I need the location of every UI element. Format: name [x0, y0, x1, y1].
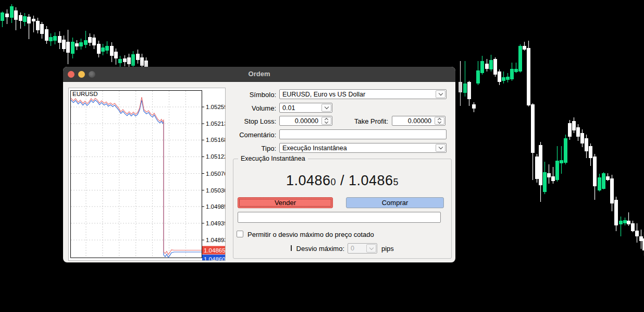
window-title: Ordem	[63, 70, 455, 78]
stop-loss-spinner[interactable]	[321, 117, 331, 125]
comment-label: Comentário:	[219, 131, 276, 139]
candle	[75, 40, 79, 50]
take-profit-spinner[interactable]	[435, 117, 444, 125]
spin-down-icon	[325, 120, 328, 124]
candle	[5, 9, 9, 24]
candle	[527, 41, 530, 106]
comment-input[interactable]	[279, 129, 447, 139]
candle	[535, 154, 539, 183]
take-profit-value: 0.00000	[392, 117, 434, 125]
candle	[560, 146, 563, 174]
candle	[105, 41, 109, 54]
type-label: Tipo:	[219, 145, 276, 152]
candle	[62, 35, 66, 52]
order-dialog: Ordem 1.052591.052131.051681.051221.0507…	[63, 67, 455, 262]
candle	[631, 221, 635, 232]
candle	[476, 61, 480, 85]
candle	[472, 102, 476, 112]
price-tick-label: 1.04893	[206, 237, 225, 243]
candle	[118, 56, 122, 67]
stop-loss-value: 0.00000	[280, 117, 321, 125]
deviation-checkbox-label: Permitir o desvio máximo do preço cotado	[247, 231, 374, 238]
candle	[580, 129, 584, 147]
chevron-down-icon	[324, 105, 328, 109]
candle	[627, 212, 630, 226]
spin-down-icon	[438, 120, 441, 124]
candle	[480, 56, 484, 75]
candle	[101, 44, 105, 55]
candle	[551, 167, 555, 184]
candle	[1, 11, 4, 27]
candle	[84, 31, 88, 48]
candle	[10, 4, 14, 23]
price-tick-label: 1.05076	[206, 171, 225, 177]
volume-dropdown-button[interactable]	[321, 104, 331, 112]
bid-badge-text: 1.04860	[204, 256, 225, 260]
volume-combo[interactable]: 0.01	[279, 103, 332, 113]
candle	[79, 39, 83, 50]
stop-loss-field[interactable]: 0.00000	[279, 116, 332, 126]
ask-badge-text: 1.04865	[204, 247, 225, 254]
candle	[467, 81, 471, 106]
chart-symbol-label: EURUSD	[72, 91, 98, 97]
symbol-combo[interactable]: EURUSD, Euro vs US Dollar	[279, 89, 447, 99]
candle	[40, 22, 44, 39]
candle	[539, 142, 542, 202]
candle	[606, 173, 610, 181]
deviation-dropdown-button	[366, 244, 376, 253]
candle	[635, 223, 639, 243]
volume-label: Volume:	[219, 104, 276, 112]
candle	[510, 63, 514, 81]
candle	[110, 42, 114, 62]
mini-chart-panel: 1.052591.052131.051681.051221.050761.050…	[68, 88, 226, 261]
sell-button[interactable]: Vender	[238, 197, 333, 208]
price-tick-label: 1.04939	[206, 220, 225, 226]
candle	[502, 71, 505, 83]
message-field[interactable]	[238, 212, 441, 223]
type-value: Execução Instantânea	[280, 145, 435, 152]
type-dropdown-button[interactable]	[436, 144, 445, 152]
candle	[131, 51, 135, 69]
candle	[58, 31, 61, 49]
candle	[518, 44, 522, 73]
candle	[97, 41, 101, 57]
symbol-label: Símbolo:	[219, 91, 276, 99]
candle	[463, 61, 467, 97]
candle	[639, 230, 643, 249]
price-tick-label: 1.05122	[206, 153, 225, 160]
chevron-down-icon	[438, 91, 442, 95]
pips-label: pips	[381, 245, 394, 253]
candle	[66, 30, 70, 64]
candle	[602, 172, 605, 189]
volume-value: 0.01	[280, 104, 321, 112]
candle	[71, 38, 75, 58]
price-tick-label: 1.05030	[206, 187, 225, 194]
take-profit-label: Take Profit:	[334, 117, 388, 125]
candle	[568, 120, 572, 140]
candle	[489, 55, 493, 71]
candle	[514, 63, 518, 73]
candle	[623, 218, 627, 225]
symbol-dropdown-button[interactable]	[436, 90, 445, 98]
candle	[459, 61, 462, 106]
type-combo[interactable]: Execução Instantânea	[279, 143, 447, 153]
deviation-checkbox[interactable]	[237, 231, 243, 237]
take-profit-field[interactable]: 0.00000	[392, 116, 445, 126]
candle	[485, 59, 489, 71]
candle	[572, 117, 576, 133]
deviation-label: Desvio máximo:	[296, 245, 344, 253]
buy-button[interactable]: Comprar	[346, 197, 444, 208]
candle	[136, 50, 140, 64]
chevron-down-icon	[369, 245, 373, 249]
candle	[88, 33, 92, 46]
stop-loss-label: Stop Loss:	[219, 117, 276, 125]
candle	[576, 124, 580, 141]
candle	[523, 42, 526, 51]
candle	[36, 18, 40, 33]
instant-execution-group: Execução Instantânea 1.04860 / 1.04865 V…	[233, 159, 452, 259]
candle	[23, 13, 27, 26]
candle	[619, 217, 623, 236]
candle	[610, 175, 614, 211]
desktop: Ordem 1.052591.052131.051681.051221.0507…	[0, 0, 644, 312]
titlebar[interactable]: Ordem	[63, 67, 455, 82]
